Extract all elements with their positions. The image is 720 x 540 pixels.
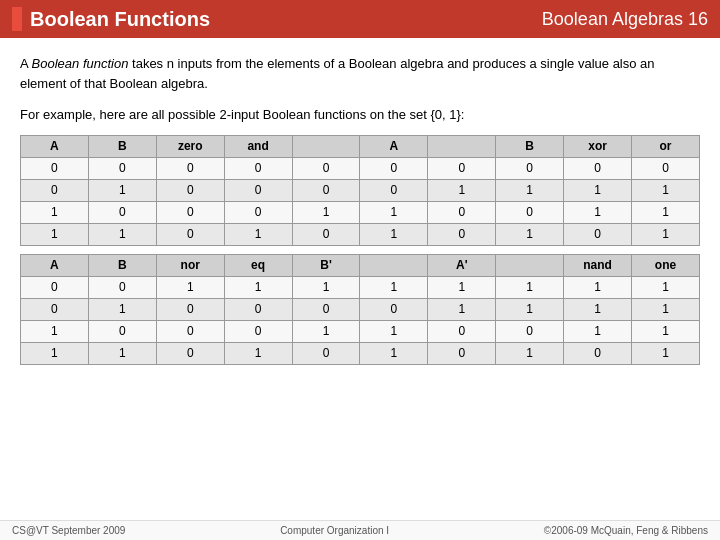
footer-center: Computer Organization I: [280, 525, 389, 536]
t1-h-zero: zero: [156, 135, 224, 157]
t2-h-col6: [360, 254, 428, 276]
intro-paragraph: A Boolean function takes n inputs from t…: [20, 54, 700, 93]
t1-h-A: A: [21, 135, 89, 157]
table-row: 0000000000: [21, 157, 700, 179]
slide-footer: CS@VT September 2009 Computer Organizati…: [0, 520, 720, 540]
t2-h-nand: nand: [564, 254, 632, 276]
t1-h-col7: [428, 135, 496, 157]
t2-h-Bprime: B': [292, 254, 360, 276]
slide-subtitle: Boolean Algebras 16: [542, 9, 708, 30]
t1-h-B: B: [88, 135, 156, 157]
table-row: 1000110011: [21, 201, 700, 223]
table-row: 0011111111: [21, 276, 700, 298]
t2-h-one: one: [632, 254, 700, 276]
t1-h-and: and: [224, 135, 292, 157]
t2-h-Aprime: A': [428, 254, 496, 276]
t2-h-A: A: [21, 254, 89, 276]
slide-title: Boolean Functions: [30, 8, 542, 31]
table1-body: 0000000000 0100001111 1000110011 1101010…: [21, 157, 700, 245]
t1-h-or: or: [632, 135, 700, 157]
table-row: 0100001111: [21, 179, 700, 201]
t1-h-col5: [292, 135, 360, 157]
header-accent-bar: [12, 7, 22, 31]
t1-h-B2: B: [496, 135, 564, 157]
table1-header: A B zero and A B xor or: [21, 135, 700, 157]
truth-table-1: A B zero and A B xor or 0000000000: [20, 135, 700, 246]
truth-table-2: A B nor eq B' A' nand one 0011111111: [20, 254, 700, 365]
table2-header: A B nor eq B' A' nand one: [21, 254, 700, 276]
table-row: 1101010101: [21, 223, 700, 245]
table2-header-row: A B nor eq B' A' nand one: [21, 254, 700, 276]
example-paragraph: For example, here are all possible 2-inp…: [20, 105, 700, 125]
slide: Boolean Functions Boolean Algebras 16 A …: [0, 0, 720, 540]
table-row: 0100001111: [21, 298, 700, 320]
t2-h-col8: [496, 254, 564, 276]
t1-h-xor: xor: [564, 135, 632, 157]
slide-content: A Boolean function takes n inputs from t…: [0, 38, 720, 520]
t1-h-A2: A: [360, 135, 428, 157]
t2-h-nor: nor: [156, 254, 224, 276]
italic-term: Boolean function: [32, 56, 129, 71]
footer-right: ©2006-09 McQuain, Feng & Ribbens: [544, 525, 708, 536]
tables-area: A B zero and A B xor or 0000000000: [20, 135, 700, 513]
table1-header-row: A B zero and A B xor or: [21, 135, 700, 157]
table-row: 1101010101: [21, 342, 700, 364]
header: Boolean Functions Boolean Algebras 16: [0, 0, 720, 38]
t2-h-B: B: [88, 254, 156, 276]
table-row: 1000110011: [21, 320, 700, 342]
footer-left: CS@VT September 2009: [12, 525, 125, 536]
t2-h-eq: eq: [224, 254, 292, 276]
table2-body: 0011111111 0100001111 1000110011 1101010…: [21, 276, 700, 364]
